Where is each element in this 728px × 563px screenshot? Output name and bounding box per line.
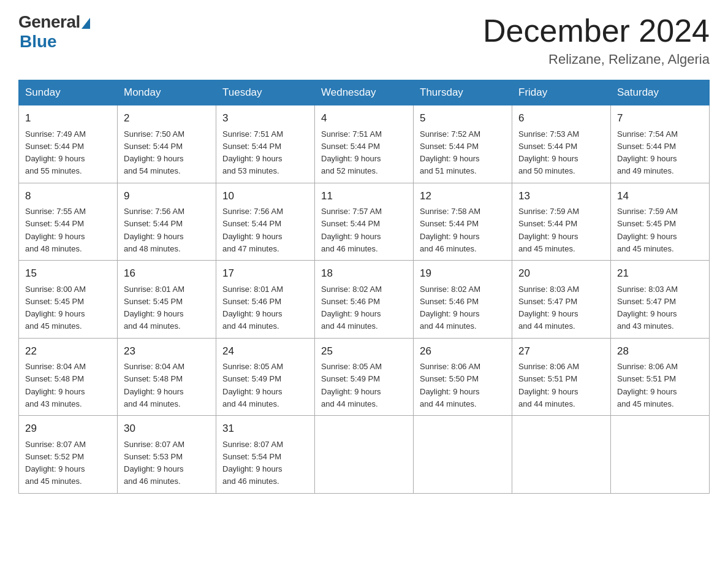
day-cell: 5 Sunrise: 7:52 AMSunset: 5:44 PMDayligh…: [414, 105, 512, 183]
day-number: 5: [420, 110, 506, 126]
day-number: 14: [617, 188, 703, 204]
logo-blue-text: Blue: [20, 32, 57, 52]
calendar-table: SundayMondayTuesdayWednesdayThursdayFrid…: [18, 80, 710, 494]
day-info: Sunrise: 8:02 AMSunset: 5:46 PMDaylight:…: [420, 285, 480, 331]
day-info: Sunrise: 8:02 AMSunset: 5:46 PMDaylight:…: [321, 285, 382, 331]
day-cell: 13 Sunrise: 7:59 AMSunset: 5:44 PMDaylig…: [512, 183, 611, 261]
day-cell: 14 Sunrise: 7:59 AMSunset: 5:45 PMDaylig…: [611, 183, 710, 261]
day-info: Sunrise: 8:06 AMSunset: 5:51 PMDaylight:…: [518, 362, 579, 408]
month-title: December 2024: [483, 12, 710, 49]
day-cell: 30 Sunrise: 8:07 AMSunset: 5:53 PMDaylig…: [118, 416, 216, 494]
day-info: Sunrise: 7:49 AMSunset: 5:44 PMDaylight:…: [25, 129, 86, 176]
day-number: 30: [124, 421, 210, 437]
day-info: Sunrise: 8:01 AMSunset: 5:46 PMDaylight:…: [222, 285, 283, 331]
header-monday: Monday: [118, 80, 216, 105]
day-cell: 1 Sunrise: 7:49 AMSunset: 5:44 PMDayligh…: [19, 105, 118, 183]
day-cell: 2 Sunrise: 7:50 AMSunset: 5:44 PMDayligh…: [118, 105, 216, 183]
day-info: Sunrise: 8:07 AMSunset: 5:53 PMDaylight:…: [124, 440, 184, 486]
week-row-1: 1 Sunrise: 7:49 AMSunset: 5:44 PMDayligh…: [19, 105, 710, 183]
day-number: 26: [420, 343, 506, 359]
day-info: Sunrise: 8:01 AMSunset: 5:45 PMDaylight:…: [124, 285, 184, 331]
day-cell: 23 Sunrise: 8:04 AMSunset: 5:48 PMDaylig…: [118, 338, 216, 416]
day-info: Sunrise: 8:04 AMSunset: 5:48 PMDaylight:…: [124, 362, 184, 408]
day-info: Sunrise: 7:52 AMSunset: 5:44 PMDaylight:…: [420, 129, 480, 176]
header-friday: Friday: [512, 80, 611, 105]
day-number: 6: [518, 110, 604, 126]
day-number: 13: [518, 188, 604, 204]
day-cell: 6 Sunrise: 7:53 AMSunset: 5:44 PMDayligh…: [512, 105, 611, 183]
day-cell: 19 Sunrise: 8:02 AMSunset: 5:46 PMDaylig…: [414, 261, 512, 339]
logo-triangle-icon: [82, 18, 90, 29]
day-number: 1: [25, 110, 111, 126]
day-cell: 11 Sunrise: 7:57 AMSunset: 5:44 PMDaylig…: [315, 183, 414, 261]
day-info: Sunrise: 7:50 AMSunset: 5:44 PMDaylight:…: [124, 129, 184, 176]
calendar-body: 1 Sunrise: 7:49 AMSunset: 5:44 PMDayligh…: [19, 105, 710, 494]
day-cell: 20 Sunrise: 8:03 AMSunset: 5:47 PMDaylig…: [512, 261, 611, 339]
day-number: 23: [124, 343, 210, 359]
header-sunday: Sunday: [19, 80, 118, 105]
calendar-header: SundayMondayTuesdayWednesdayThursdayFrid…: [19, 80, 710, 105]
day-cell: [611, 416, 710, 494]
day-number: 22: [25, 343, 111, 359]
day-cell: 21 Sunrise: 8:03 AMSunset: 5:47 PMDaylig…: [611, 261, 710, 339]
day-info: Sunrise: 8:04 AMSunset: 5:48 PMDaylight:…: [25, 362, 86, 408]
day-info: Sunrise: 8:05 AMSunset: 5:49 PMDaylight:…: [321, 362, 382, 408]
page-header: General Blue December 2024 Relizane, Rel…: [18, 12, 710, 67]
day-cell: 29 Sunrise: 8:07 AMSunset: 5:52 PMDaylig…: [19, 416, 118, 494]
day-number: 2: [124, 110, 210, 126]
day-info: Sunrise: 8:00 AMSunset: 5:45 PMDaylight:…: [25, 285, 86, 331]
day-cell: 16 Sunrise: 8:01 AMSunset: 5:45 PMDaylig…: [118, 261, 216, 339]
day-number: 18: [321, 266, 407, 282]
day-info: Sunrise: 8:05 AMSunset: 5:49 PMDaylight:…: [222, 362, 283, 408]
day-cell: 15 Sunrise: 8:00 AMSunset: 5:45 PMDaylig…: [19, 261, 118, 339]
day-number: 10: [222, 188, 308, 204]
day-number: 24: [222, 343, 308, 359]
day-cell: 12 Sunrise: 7:58 AMSunset: 5:44 PMDaylig…: [414, 183, 512, 261]
day-cell: 25 Sunrise: 8:05 AMSunset: 5:49 PMDaylig…: [315, 338, 414, 416]
day-number: 25: [321, 343, 407, 359]
day-info: Sunrise: 8:03 AMSunset: 5:47 PMDaylight:…: [617, 285, 678, 331]
day-info: Sunrise: 8:03 AMSunset: 5:47 PMDaylight:…: [518, 285, 579, 331]
day-number: 27: [518, 343, 604, 359]
day-cell: 24 Sunrise: 8:05 AMSunset: 5:49 PMDaylig…: [216, 338, 315, 416]
day-cell: [512, 416, 611, 494]
day-number: 21: [617, 266, 703, 282]
header-tuesday: Tuesday: [216, 80, 315, 105]
day-number: 11: [321, 188, 407, 204]
day-info: Sunrise: 7:59 AMSunset: 5:45 PMDaylight:…: [617, 207, 678, 253]
day-number: 7: [617, 110, 703, 126]
day-number: 3: [222, 110, 308, 126]
day-number: 20: [518, 266, 604, 282]
day-number: 9: [124, 188, 210, 204]
day-number: 16: [124, 266, 210, 282]
day-info: Sunrise: 7:57 AMSunset: 5:44 PMDaylight:…: [321, 207, 382, 253]
location-text: Relizane, Relizane, Algeria: [483, 52, 710, 67]
day-number: 4: [321, 110, 407, 126]
logo-general-text: General: [18, 12, 80, 32]
week-row-3: 15 Sunrise: 8:00 AMSunset: 5:45 PMDaylig…: [19, 261, 710, 339]
day-cell: 4 Sunrise: 7:51 AMSunset: 5:44 PMDayligh…: [315, 105, 414, 183]
day-cell: 17 Sunrise: 8:01 AMSunset: 5:46 PMDaylig…: [216, 261, 315, 339]
header-row: SundayMondayTuesdayWednesdayThursdayFrid…: [19, 80, 710, 105]
logo-full: General: [18, 12, 90, 32]
day-cell: 8 Sunrise: 7:55 AMSunset: 5:44 PMDayligh…: [19, 183, 118, 261]
week-row-2: 8 Sunrise: 7:55 AMSunset: 5:44 PMDayligh…: [19, 183, 710, 261]
day-info: Sunrise: 7:54 AMSunset: 5:44 PMDaylight:…: [617, 129, 678, 176]
week-row-5: 29 Sunrise: 8:07 AMSunset: 5:52 PMDaylig…: [19, 416, 710, 494]
day-info: Sunrise: 7:55 AMSunset: 5:44 PMDaylight:…: [25, 207, 86, 253]
day-cell: 10 Sunrise: 7:56 AMSunset: 5:44 PMDaylig…: [216, 183, 315, 261]
day-info: Sunrise: 8:07 AMSunset: 5:54 PMDaylight:…: [222, 440, 283, 486]
day-cell: [315, 416, 414, 494]
title-section: December 2024 Relizane, Relizane, Algeri…: [483, 12, 710, 67]
day-number: 31: [222, 421, 308, 437]
header-saturday: Saturday: [611, 80, 710, 105]
day-cell: [414, 416, 512, 494]
day-number: 29: [25, 421, 111, 437]
day-info: Sunrise: 7:56 AMSunset: 5:44 PMDaylight:…: [124, 207, 184, 253]
day-info: Sunrise: 7:51 AMSunset: 5:44 PMDaylight:…: [222, 129, 283, 176]
day-cell: 22 Sunrise: 8:04 AMSunset: 5:48 PMDaylig…: [19, 338, 118, 416]
day-info: Sunrise: 7:56 AMSunset: 5:44 PMDaylight:…: [222, 207, 283, 253]
day-number: 15: [25, 266, 111, 282]
day-info: Sunrise: 7:59 AMSunset: 5:44 PMDaylight:…: [518, 207, 579, 253]
header-thursday: Thursday: [414, 80, 512, 105]
